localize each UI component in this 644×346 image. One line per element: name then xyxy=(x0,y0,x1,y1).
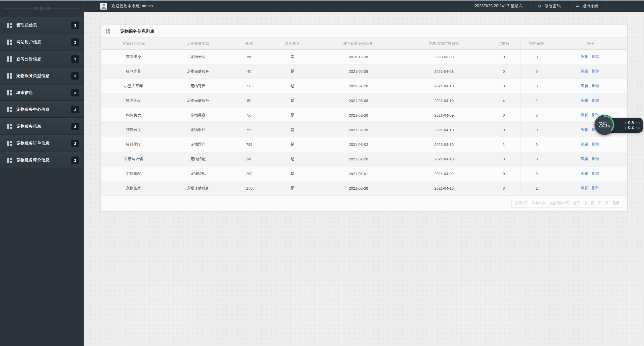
panel-header: 宠物服务信息列表 xyxy=(101,25,627,38)
sidebar-menu-item[interactable]: 宠物服务中心信息 3 xyxy=(0,101,84,118)
edit-link[interactable]: 编辑 xyxy=(581,127,588,132)
column-header: 销售周期结束日期 xyxy=(401,38,487,50)
cell-recommended: 是 xyxy=(269,137,316,152)
cell-price: 150 xyxy=(230,50,269,64)
delete-link[interactable]: 删除 xyxy=(592,142,599,146)
cell-service-type: 宠物保健服务 xyxy=(166,93,230,108)
cell-end-date: 2021-04-09 xyxy=(401,108,487,123)
cell-start-date: 2019-12-26 xyxy=(316,50,401,64)
table-row: 宠物婚配 宠物婚配 200 是 2021-03-01 2021-04-09 0 … xyxy=(101,166,627,181)
cell-service-name: 宠物婚配 xyxy=(101,166,166,181)
cell-start-date: 2021-03-02 xyxy=(316,137,401,152)
sidebar-menu-item[interactable]: 城市信息 3 xyxy=(0,85,84,101)
cell-price: 150 xyxy=(230,181,269,196)
edit-link[interactable]: 编辑 xyxy=(581,171,588,176)
cell-service-type: 宠物美容 xyxy=(166,50,230,64)
logout-arrow-icon: ➦ xyxy=(576,4,579,9)
cell-orders: 0 xyxy=(520,152,553,166)
sidebar-menu-item[interactable]: 网站用户信息 2 xyxy=(0,34,84,50)
upload-speed-row: ↑ 0.5 K/s xyxy=(625,121,643,125)
sidebar-menu-item[interactable]: 新闻公告信息 3 xyxy=(0,51,84,67)
cell-end-date: 2021-04-10 xyxy=(401,93,487,108)
logout-label: 退出系统 xyxy=(582,4,598,9)
cell-recommended: 是 xyxy=(269,181,316,196)
sidebar-item-label: 网站用户信息 xyxy=(16,40,41,45)
cell-actions: 编辑 删除 xyxy=(553,50,627,64)
table-header-row: 宠物服务名称 宠物服务类型 价格 是否推荐 销售周期开始日期 销售周期结束日期 … xyxy=(101,38,627,50)
sidebar-item-badge: 2 xyxy=(71,140,79,147)
gear-icon: ⚙ xyxy=(538,4,541,9)
progress-circle: 35 % xyxy=(594,115,615,135)
window-top-edge xyxy=(0,0,644,1)
upload-speed-value: 0.5 xyxy=(628,121,634,125)
edit-link[interactable]: 编辑 xyxy=(581,54,588,59)
current-page-label: 当前为第1页 xyxy=(549,201,569,205)
welcome-area: 欢迎使用本系统! admin xyxy=(100,3,153,10)
sidebar-menu-item[interactable]: 宠物服务评价信息 2 xyxy=(0,152,84,168)
dot-icon xyxy=(34,7,37,10)
logout-button[interactable]: ➦ 退出系统 xyxy=(569,1,606,12)
delete-link[interactable]: 删除 xyxy=(592,186,599,190)
cell-actions: 编辑 删除 xyxy=(553,79,627,93)
cell-recommended: 是 xyxy=(269,123,316,137)
sidebar-item-badge: 3 xyxy=(71,72,79,80)
table-row: 猫咪寄养 宠物保健服务 40 是 2021-02-28 2021-04-03 0… xyxy=(101,64,627,79)
cell-actions: 编辑 删除 xyxy=(553,152,627,166)
delete-link[interactable]: 删除 xyxy=(592,98,599,102)
cell-orders: 0 xyxy=(520,137,553,152)
prev-page-link[interactable]: 上一页 xyxy=(584,201,594,205)
last-page-link[interactable]: 尾页 xyxy=(612,201,619,205)
cell-service-name: 狗狗美发 xyxy=(101,108,166,123)
edit-link[interactable]: 编辑 xyxy=(581,98,588,102)
cell-service-type: 宠物保健服务 xyxy=(166,181,230,196)
delete-link[interactable]: 删除 xyxy=(592,157,599,161)
sidebar-menu-item[interactable]: 宠物服务订单信息 2 xyxy=(0,135,84,151)
sidebar-menu-item[interactable]: 管理员信息 3 xyxy=(0,17,84,33)
cell-clicks: 1 xyxy=(487,137,520,152)
first-page-link[interactable]: 首页 xyxy=(573,201,580,205)
grid-tile-icon xyxy=(7,90,12,95)
edit-link[interactable]: 编辑 xyxy=(581,157,588,161)
table-row: 公泰迪求偶 宠物婚配 240 是 2021-02-28 2021-04-10 0… xyxy=(101,152,627,166)
sidebar-header xyxy=(0,1,84,16)
cell-service-name: 小型犬寄养 xyxy=(101,79,166,93)
table-row: 猫咪美发 宠物保健服务 50 是 2021-03-08 2021-04-10 4… xyxy=(101,93,627,108)
sidebar-collapse-dots[interactable] xyxy=(0,7,84,10)
cell-orders: 2 xyxy=(520,181,553,196)
edit-link[interactable]: 编辑 xyxy=(581,186,588,190)
cell-service-name: 宠物按摩 xyxy=(101,181,166,196)
sidebar-item-badge: 2 xyxy=(71,156,79,164)
cell-service-name: 狗狗医疗 xyxy=(101,123,166,137)
cell-service-name: 猫咪美发 xyxy=(101,93,166,108)
delete-link[interactable]: 删除 xyxy=(592,54,599,59)
cell-service-type: 宠物婚配 xyxy=(166,166,230,181)
edit-link[interactable]: 编辑 xyxy=(581,84,588,88)
pet-service-table: 宠物服务名称 宠物服务类型 价格 是否推荐 销售周期开始日期 销售周期结束日期 … xyxy=(101,38,627,196)
net-speed-widget[interactable]: ↑ 0.5 K/s ↓ 0.2 K/s 35 % xyxy=(594,115,644,135)
sidebar-item-label: 管理员信息 xyxy=(16,23,37,28)
cell-service-name: 猫咪寄养 xyxy=(101,64,166,79)
download-speed-row: ↓ 0.2 K/s xyxy=(625,126,643,130)
edit-link[interactable]: 编辑 xyxy=(581,113,588,117)
sidebar-menu-item[interactable]: 宠物服务信息 3 xyxy=(0,118,84,134)
sidebar-item-badge: 3 xyxy=(71,106,79,113)
edit-link[interactable]: 编辑 xyxy=(581,69,588,73)
cell-service-type: 宠物保健服务 xyxy=(166,64,230,79)
cell-end-date: 2021-04-10 xyxy=(401,181,487,196)
sidebar-item-label: 宠物服务评价信息 xyxy=(16,158,50,163)
edit-link[interactable]: 编辑 xyxy=(581,142,588,146)
cell-clicks: 0 xyxy=(487,108,520,123)
welcome-text: 欢迎使用本系统! admin xyxy=(111,4,153,9)
delete-link[interactable]: 删除 xyxy=(592,69,599,73)
content-area: 宠物服务信息列表 宠物服务名称 宠物服务类型 价格 是否推荐 销售周期开始日期 … xyxy=(84,12,644,346)
sidebar-item-badge: 3 xyxy=(71,21,79,29)
next-page-link[interactable]: 下一页 xyxy=(598,201,609,205)
delete-link[interactable]: 删除 xyxy=(592,84,599,88)
cell-orders: 2 xyxy=(520,93,553,108)
delete-link[interactable]: 删除 xyxy=(592,171,599,176)
sidebar-menu-item[interactable]: 宠物服务类型信息 3 xyxy=(0,68,84,84)
change-password-button[interactable]: ⚙ 修改密码 xyxy=(530,1,568,12)
cell-actions: 编辑 删除 xyxy=(553,64,627,79)
cell-end-date: 2023-03-30 xyxy=(401,50,487,64)
column-header: 宠物服务名称 xyxy=(101,38,166,50)
